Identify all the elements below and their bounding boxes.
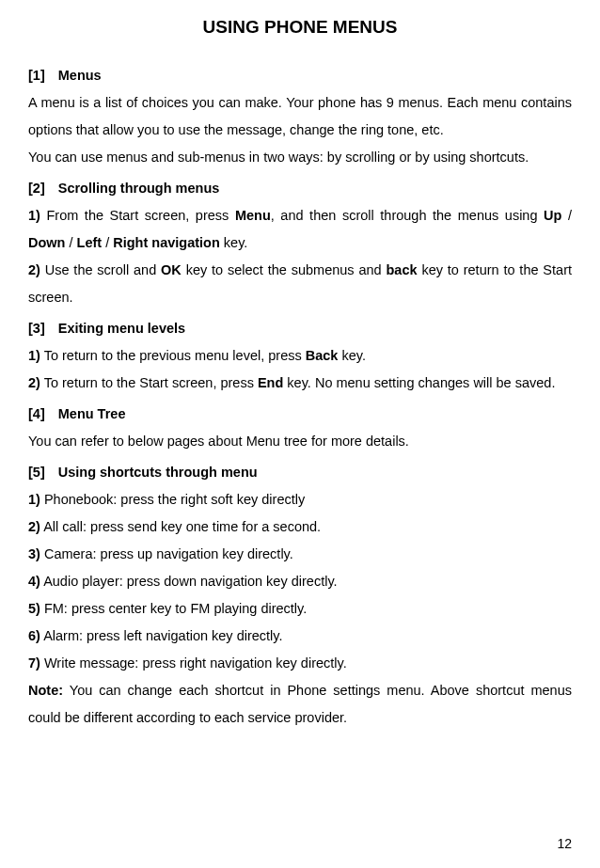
end-key: End xyxy=(258,375,283,390)
t: / xyxy=(102,235,113,250)
t: From the Start screen, press xyxy=(40,208,235,223)
t: Write message: press right navigation ke… xyxy=(40,655,347,671)
t: To return to the Start screen, press xyxy=(40,375,258,390)
page-number: 12 xyxy=(557,830,572,857)
section-2-p2: 2) Use the scroll and OK key to select t… xyxy=(28,257,572,311)
n: 2) xyxy=(28,519,40,534)
menu-key: Menu xyxy=(235,208,271,223)
back-key-2: Back xyxy=(306,348,339,363)
section-4-bracket: [4] xyxy=(28,406,45,421)
shortcut-2: 2) All call: press send key one time for… xyxy=(28,513,572,541)
n: 4) xyxy=(28,574,40,589)
t: / xyxy=(561,208,572,223)
section-5-bracket: [5] xyxy=(28,465,45,480)
t: All call: press send key one time for a … xyxy=(40,519,321,534)
section-5-heading: [5]Using shortcuts through menu xyxy=(28,459,572,486)
section-3-p2-num: 2) xyxy=(28,375,40,390)
n: 6) xyxy=(28,628,40,643)
section-2-title: Scrolling through menus xyxy=(58,181,220,196)
ok-key: OK xyxy=(161,262,182,277)
page-title: USING PHONE MENUS xyxy=(28,9,572,45)
down-key: Down xyxy=(28,235,65,250)
t: Camera: press up navigation key directly… xyxy=(40,546,293,561)
section-4-title: Menu Tree xyxy=(58,406,126,421)
section-1-heading: [1]Menus xyxy=(28,62,572,89)
section-3-p2: 2) To return to the Start screen, press … xyxy=(28,370,572,397)
section-1-title: Menus xyxy=(58,68,102,83)
left-key: Left xyxy=(77,235,103,250)
shortcut-5: 5) FM: press center key to FM playing di… xyxy=(28,595,572,623)
section-2-p1-num: 1) xyxy=(28,208,40,223)
t: key to select the submenus and xyxy=(182,262,387,277)
t: key. No menu setting changes will be sav… xyxy=(283,375,555,390)
right-key: Right navigation xyxy=(113,235,220,250)
shortcut-1: 1) Phonebook: press the right soft key d… xyxy=(28,486,572,513)
note-label: Note: xyxy=(28,683,63,698)
section-3-heading: [3]Exiting menu levels xyxy=(28,315,572,342)
section-2-p1: 1) From the Start screen, press Menu, an… xyxy=(28,202,572,257)
t: Audio player: press down navigation key … xyxy=(40,574,338,589)
section-3-bracket: [3] xyxy=(28,321,45,336)
up-key: Up xyxy=(544,208,561,223)
n: 1) xyxy=(28,492,40,507)
section-4-heading: [4]Menu Tree xyxy=(28,401,572,428)
section-2-bracket: [2] xyxy=(28,181,45,196)
section-1-p1: A menu is a list of choices you can make… xyxy=(28,89,572,144)
t: Use the scroll and xyxy=(40,262,161,277)
t: To return to the previous menu level, pr… xyxy=(40,348,306,363)
shortcut-3: 3) Camera: press up navigation key direc… xyxy=(28,541,572,568)
n: 5) xyxy=(28,601,40,616)
shortcut-7: 7) Write message: press right navigation… xyxy=(28,650,572,677)
section-3-title: Exiting menu levels xyxy=(58,321,185,336)
section-1-bracket: [1] xyxy=(28,68,45,83)
section-3-p1-num: 1) xyxy=(28,348,40,363)
t: FM: press center key to FM playing direc… xyxy=(40,601,307,616)
section-1-p2: You can use menus and sub-menus in two w… xyxy=(28,144,572,171)
note: Note: You can change each shortcut in Ph… xyxy=(28,677,572,732)
t: , and then scroll through the menus usin… xyxy=(271,208,544,223)
section-5-title: Using shortcuts through menu xyxy=(58,465,258,480)
t: key. xyxy=(338,348,366,363)
section-3-p1: 1) To return to the previous menu level,… xyxy=(28,342,572,370)
section-2-heading: [2]Scrolling through menus xyxy=(28,175,572,202)
t: key. xyxy=(220,235,248,250)
section-4-p1: You can refer to below pages about Menu … xyxy=(28,428,572,455)
shortcut-4: 4) Audio player: press down navigation k… xyxy=(28,568,572,595)
section-2-p2-num: 2) xyxy=(28,262,40,277)
shortcut-6: 6) Alarm: press left navigation key dire… xyxy=(28,623,572,650)
back-key: back xyxy=(386,262,417,277)
t: Phonebook: press the right soft key dire… xyxy=(40,492,305,507)
note-text: You can change each shortcut in Phone se… xyxy=(28,683,572,725)
t: / xyxy=(65,235,76,250)
n: 3) xyxy=(28,546,40,561)
t: Alarm: press left navigation key directl… xyxy=(40,628,283,643)
n: 7) xyxy=(28,655,40,671)
